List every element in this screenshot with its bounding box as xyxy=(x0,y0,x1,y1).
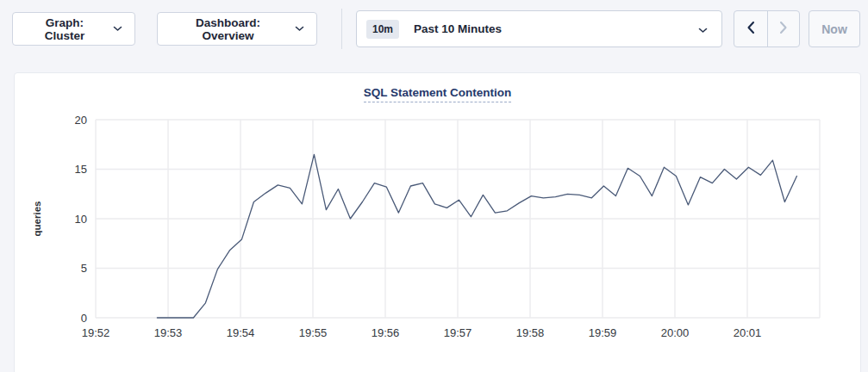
graph-dropdown-label: Graph: Cluster xyxy=(25,16,104,42)
toolbar: Graph: Cluster Dashboard: Overview 10m P… xyxy=(0,0,868,62)
next-time-button[interactable] xyxy=(767,11,800,46)
previous-time-button[interactable] xyxy=(734,11,767,46)
y-tick-label: 10 xyxy=(75,213,87,226)
dashboard-dropdown[interactable]: Dashboard: Overview xyxy=(157,12,317,46)
x-tick-label: 19:54 xyxy=(227,326,255,339)
time-step-buttons xyxy=(734,10,800,47)
sql-contention-line-chart[interactable]: 0510152019:5219:5319:5419:5519:5619:5719… xyxy=(15,73,862,372)
graph-dropdown[interactable]: Graph: Cluster xyxy=(12,12,135,46)
chevron-down-icon xyxy=(113,26,122,32)
time-range-badge: 10m xyxy=(366,20,399,39)
y-tick-label: 5 xyxy=(81,262,87,275)
x-tick-label: 20:01 xyxy=(734,326,762,339)
now-button[interactable]: Now xyxy=(809,10,860,47)
x-tick-label: 20:00 xyxy=(661,326,690,339)
x-tick-label: 19:57 xyxy=(444,326,472,339)
x-tick-label: 19:53 xyxy=(154,326,183,339)
chevron-left-icon xyxy=(746,21,755,37)
x-tick-label: 19:58 xyxy=(516,326,545,339)
chevron-right-icon xyxy=(779,21,788,37)
y-tick-label: 15 xyxy=(75,163,87,176)
dashboard-screen: Graph: Cluster Dashboard: Overview 10m P… xyxy=(0,0,868,372)
x-tick-label: 19:55 xyxy=(299,326,328,339)
y-tick-label: 20 xyxy=(75,114,87,127)
dashboard-dropdown-label: Dashboard: Overview xyxy=(170,16,286,42)
chart-card: SQL Statement Contention 0510152019:5219… xyxy=(14,72,861,372)
x-tick-label: 19:59 xyxy=(589,326,617,339)
y-tick-label: 0 xyxy=(81,312,87,325)
chevron-down-icon xyxy=(295,26,304,32)
toolbar-divider xyxy=(341,9,342,49)
series-line-queries xyxy=(157,154,796,318)
chevron-down-icon xyxy=(698,28,708,34)
time-range-selector[interactable]: 10m Past 10 Minutes xyxy=(356,10,722,47)
y-axis-label: queries xyxy=(32,202,42,237)
time-range-label: Past 10 Minutes xyxy=(414,22,502,35)
x-tick-label: 19:56 xyxy=(372,326,400,339)
x-tick-label: 19:52 xyxy=(82,326,110,339)
